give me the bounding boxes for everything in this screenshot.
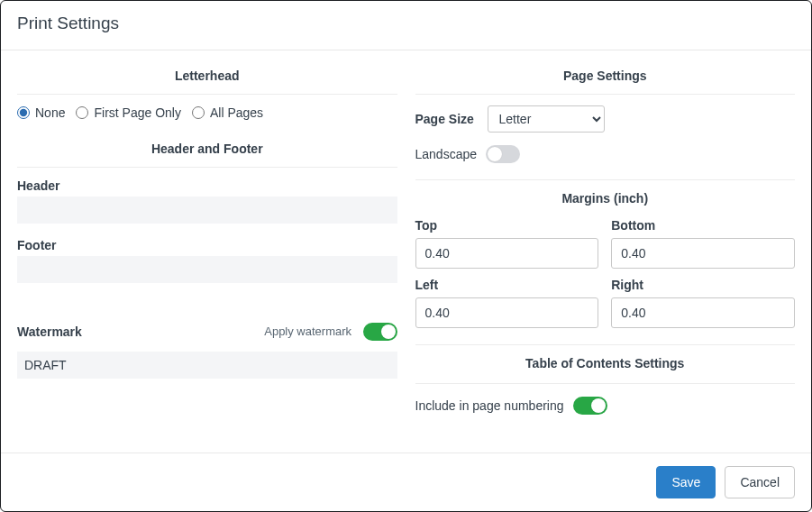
print-settings-dialog: Print Settings Letterhead None First Pag… bbox=[0, 0, 812, 512]
margin-left-cell: Left bbox=[415, 278, 599, 328]
divider bbox=[17, 94, 397, 95]
letterhead-radio-first[interactable]: First Page Only bbox=[76, 105, 180, 120]
landscape-label: Landscape bbox=[415, 147, 478, 161]
divider bbox=[415, 383, 796, 384]
divider bbox=[415, 179, 796, 180]
margin-bottom-cell: Bottom bbox=[611, 218, 795, 269]
right-column: Page Settings Page Size Letter Landscape… bbox=[406, 59, 805, 453]
toc-include-label: Include in page numbering bbox=[415, 398, 564, 413]
footer-label: Footer bbox=[17, 238, 397, 252]
toc-include-row: Include in page numbering bbox=[415, 397, 796, 415]
header-label: Header bbox=[17, 178, 397, 193]
margin-left-input[interactable] bbox=[415, 297, 599, 328]
margin-right-input[interactable] bbox=[611, 297, 795, 328]
watermark-toggle-wrap: Apply watermark bbox=[264, 323, 397, 341]
margins-grid: Top Bottom Left Right bbox=[415, 218, 796, 328]
toc-section-title: Table of Contents Settings bbox=[415, 356, 796, 370]
margin-bottom-input[interactable] bbox=[611, 238, 795, 269]
margin-bottom-label: Bottom bbox=[611, 218, 795, 233]
page-settings-section-title: Page Settings bbox=[415, 59, 796, 94]
watermark-toggle[interactable] bbox=[363, 323, 397, 341]
dialog-body: Letterhead None First Page Only All Page… bbox=[1, 50, 811, 453]
letterhead-radio-all-label: All Pages bbox=[210, 105, 263, 120]
letterhead-radio-none[interactable]: None bbox=[17, 105, 65, 120]
margin-right-cell: Right bbox=[611, 278, 795, 328]
margin-right-label: Right bbox=[611, 278, 795, 292]
letterhead-radio-first-label: First Page Only bbox=[94, 105, 180, 120]
page-size-select[interactable]: Letter bbox=[488, 105, 605, 133]
margin-top-label: Top bbox=[415, 218, 599, 233]
header-input[interactable] bbox=[17, 197, 397, 224]
toc-include-toggle[interactable] bbox=[573, 397, 607, 415]
cancel-button[interactable]: Cancel bbox=[725, 466, 795, 498]
dialog-footer: Save Cancel bbox=[1, 453, 811, 511]
footer-input[interactable] bbox=[17, 256, 397, 283]
letterhead-radio-all-input[interactable] bbox=[192, 106, 205, 119]
margins-section-title: Margins (inch) bbox=[415, 191, 796, 206]
divider bbox=[415, 94, 796, 95]
letterhead-radio-all[interactable]: All Pages bbox=[192, 105, 263, 120]
margin-top-cell: Top bbox=[415, 218, 599, 269]
dialog-title: Print Settings bbox=[17, 14, 795, 33]
watermark-apply-label: Apply watermark bbox=[264, 325, 351, 338]
watermark-input[interactable] bbox=[17, 352, 397, 379]
left-column: Letterhead None First Page Only All Page… bbox=[8, 59, 406, 453]
header-footer-section-title: Header and Footer bbox=[17, 133, 397, 167]
letterhead-radio-group: None First Page Only All Pages bbox=[17, 105, 397, 120]
letterhead-section-title: Letterhead bbox=[17, 59, 397, 94]
letterhead-radio-first-input[interactable] bbox=[76, 106, 88, 119]
dialog-header: Print Settings bbox=[1, 1, 811, 50]
letterhead-radio-none-input[interactable] bbox=[17, 106, 30, 119]
watermark-label: Watermark bbox=[17, 325, 82, 339]
watermark-row: Watermark Apply watermark bbox=[17, 323, 397, 341]
divider bbox=[415, 344, 796, 345]
page-size-row: Page Size Letter bbox=[415, 105, 796, 133]
save-button[interactable]: Save bbox=[656, 466, 716, 498]
divider bbox=[17, 167, 397, 168]
margin-left-label: Left bbox=[415, 278, 599, 292]
margin-top-input[interactable] bbox=[415, 238, 599, 269]
landscape-toggle[interactable] bbox=[486, 145, 520, 163]
landscape-row: Landscape bbox=[415, 145, 796, 163]
letterhead-radio-none-label: None bbox=[35, 105, 65, 120]
page-size-label: Page Size bbox=[415, 112, 479, 126]
